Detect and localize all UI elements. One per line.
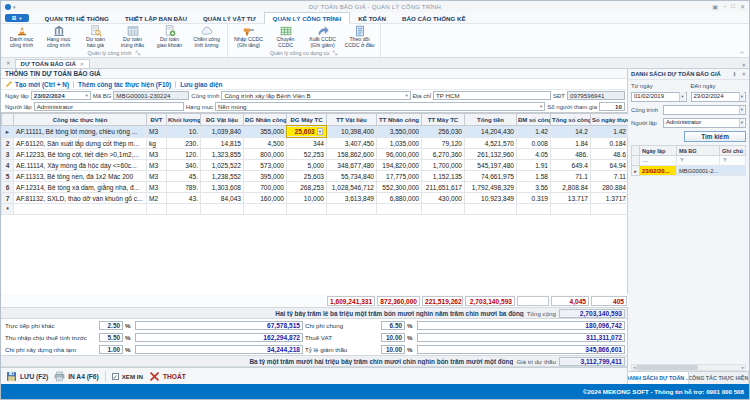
table-row[interactable]: 4AE.11114, Xây móng đá hộc dày <=60c...M… (2, 160, 629, 171)
cell[interactable] (377, 204, 422, 215)
print-button[interactable]: IN A4 (F6) (54, 371, 99, 382)
cell[interactable]: M3 (147, 171, 167, 182)
list-row[interactable]: ▸23/02/20...MBG00001-2... (632, 166, 746, 176)
cell[interactable]: 55,734,840 (327, 171, 377, 182)
cell[interactable]: 2,808.84 (551, 182, 591, 193)
cell[interactable]: 1.3717 (591, 193, 629, 204)
ribbon-button[interactable]: Dự toánbáo giá (77, 25, 114, 49)
cell[interactable] (465, 204, 517, 215)
cell[interactable]: 1,303,608 (201, 182, 244, 193)
cell[interactable]: 64.94 (591, 160, 629, 171)
cell[interactable]: M3 (147, 149, 167, 160)
cell[interactable]: 1,700,000 (422, 160, 465, 171)
cell[interactable]: 194,820,000 (377, 160, 422, 171)
cell[interactable]: AF.81132, SXLD, tháo dỡ ván khuôn gỗ c..… (14, 193, 147, 204)
cell[interactable]: AE.11114, Xây móng đá hộc dày <=60c... (14, 160, 147, 171)
cell[interactable]: 10,923,849 (465, 193, 517, 204)
fee-percent-input[interactable]: 2.50 (99, 321, 123, 330)
nguoi-lap-input[interactable]: Administrator (34, 102, 184, 111)
cell[interactable]: 23/02/20... (640, 166, 677, 176)
cell[interactable]: M3 (147, 126, 167, 138)
cell[interactable]: 17,775,000 (377, 171, 422, 182)
column-header[interactable]: Tổng tiền (465, 114, 517, 126)
cell[interactable]: 5,000 (287, 160, 327, 171)
fee-percent-input[interactable]: 6.50 (381, 321, 405, 330)
cell[interactable]: 10. (167, 126, 201, 138)
cell[interactable]: 10,398,400 (327, 126, 377, 138)
cell[interactable]: 268,253 (287, 182, 327, 193)
cell[interactable]: 4,500 (244, 138, 287, 149)
column-header[interactable]: Khối lượng (167, 114, 201, 126)
cell[interactable]: 120. (167, 149, 201, 160)
cell[interactable]: 1.84 (551, 138, 591, 149)
cell[interactable]: AF.11313, Bê tông nền, đá 1x2 Mác 200 (14, 171, 147, 182)
cell[interactable]: 1,039,840 (201, 126, 244, 138)
dialog-launcher-icon[interactable] (332, 50, 338, 56)
new-estimate-button[interactable]: Tạo mới (Ctrl + N) (5, 80, 69, 88)
cell[interactable] (244, 204, 287, 215)
ribbon-button[interactable]: Theo dõiCCDC ở đâu (341, 25, 378, 49)
cell[interactable]: 3,550,000 (377, 126, 422, 138)
cell[interactable]: 649.4 (551, 160, 591, 171)
cell[interactable]: M2 (147, 193, 167, 204)
cell[interactable]: 43. (167, 193, 201, 204)
cell[interactable] (591, 204, 629, 215)
chevron-down-icon[interactable]: ▾ (739, 92, 744, 101)
cell[interactable]: 4,521,570 (465, 138, 517, 149)
date-filter-cell[interactable]: — (640, 156, 677, 166)
column-header[interactable]: Ngày lập (640, 146, 677, 156)
cell[interactable]: 1,792,498,329 (465, 182, 517, 193)
cell[interactable]: 25,603 (287, 171, 327, 182)
cell[interactable]: 211,651,617 (422, 182, 465, 193)
fee-percent-input[interactable]: 1.00 (99, 345, 123, 354)
chevron-down-icon[interactable]: ▾ (403, 92, 407, 100)
cell[interactable]: 0.319 (517, 193, 551, 204)
ribbon-button[interactable]: Dự toántrúng thầu (114, 25, 151, 49)
column-header[interactable]: ĐG Máy TC (287, 114, 327, 126)
cell[interactable] (720, 166, 746, 176)
so-nguoi-input[interactable]: 10 (599, 102, 625, 111)
hang-muc-input[interactable]: Nền móng▾ (215, 102, 545, 111)
cell[interactable]: 1,028,546,712 (327, 182, 377, 193)
column-header[interactable]: ĐM số công (517, 114, 551, 126)
cell[interactable]: 344 (287, 138, 327, 149)
scrollbar-thumb[interactable] (636, 365, 698, 370)
cell[interactable]: 13.717 (551, 193, 591, 204)
column-header[interactable]: Mã BG (677, 146, 720, 156)
column-header[interactable]: Số ngày thực hiện (591, 114, 629, 126)
ribbon-tab[interactable]: QUẢN LÝ CÔNG TRÌNH (264, 12, 351, 24)
filter-cell[interactable] (677, 156, 720, 166)
sdt-input[interactable]: 0979596941 (567, 91, 625, 100)
cell[interactable]: 545,197,480 (465, 160, 517, 171)
cell[interactable]: 1,238,552 (201, 171, 244, 182)
tab-close-icon[interactable]: ✕ (80, 61, 84, 67)
column-header[interactable]: Tổng số công (551, 114, 591, 126)
xem-in-checkbox[interactable]: ✓ (112, 373, 119, 380)
maximize-icon[interactable]: □ (731, 3, 735, 10)
table-row[interactable]: 7AF.81132, SXLD, tháo dỡ ván khuôn gỗ c.… (2, 193, 629, 204)
ribbon-button[interactable]: Xuất CCDC(Ghi giảm) (304, 25, 341, 49)
cell[interactable]: 1,025,522 (201, 160, 244, 171)
cell[interactable]: AF.61120, Sản xuất lắp dựng cốt thép m..… (14, 138, 147, 149)
cell[interactable]: 261,132,960 (465, 149, 517, 160)
ribbon-button[interactable]: Danh mụccông trình (3, 25, 40, 49)
chevron-down-icon[interactable]: ▾ (739, 105, 744, 114)
cell[interactable]: 96,000,000 (377, 149, 422, 160)
cell-dropdown-icon[interactable]: ▾ (317, 128, 323, 135)
cell[interactable]: kg (147, 138, 167, 149)
exit-button[interactable]: THOÁT (149, 371, 186, 382)
cell[interactable]: 789. (167, 182, 201, 193)
cell[interactable]: 74,661,975 (465, 171, 517, 182)
cell[interactable]: 348,677,480 (327, 160, 377, 171)
tab-scroll-close-icon[interactable]: ✕ (741, 62, 746, 68)
panel-tab[interactable]: DANH SÁCH DỰ TOÁN ... (628, 372, 689, 384)
cell[interactable]: 280.884 (591, 182, 629, 193)
cell[interactable] (201, 204, 244, 215)
column-header[interactable]: ĐG Vật liệu (201, 114, 244, 126)
minimize-icon[interactable]: – (723, 3, 726, 10)
cell[interactable] (167, 204, 201, 215)
cell[interactable] (14, 204, 147, 215)
column-header[interactable]: TT Nhân công (377, 114, 422, 126)
cell[interactable]: AF.11111, Bê tông lót móng, chiều rộng .… (14, 126, 147, 138)
cell[interactable]: 14,815 (201, 138, 244, 149)
